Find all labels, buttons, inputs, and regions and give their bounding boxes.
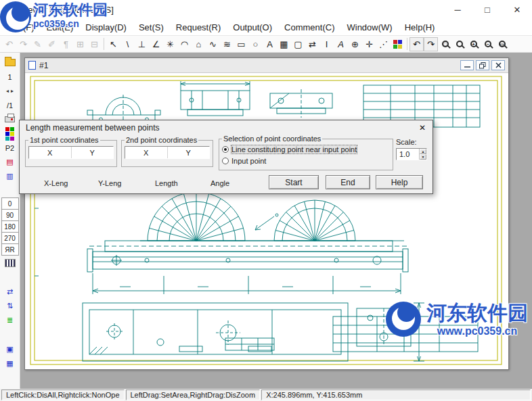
slant-text-icon[interactable]: A [334,37,348,51]
dotted-rect-icon[interactable]: ▢ [291,37,305,51]
scale-control: Scale: 1.0 ▲ ▼ [396,138,431,160]
cross-plus-icon[interactable]: ✛ [362,37,376,51]
zoom-icon[interactable] [452,37,466,51]
palette-button[interactable] [2,127,18,140]
help-button[interactable]: Help [376,175,423,189]
next-sheet-icon[interactable]: ▸ [11,88,14,94]
rotate-180-button[interactable]: 180 [1,220,19,233]
spline-icon[interactable]: ∿ [206,37,220,51]
pencil-icon[interactable]: ✎ [30,37,45,51]
zoom-out-icon[interactable]: − [481,37,495,51]
second-point-x-field[interactable]: X [125,147,167,158]
second-point-y-field[interactable]: Y [167,147,210,158]
window-grid-button[interactable]: ▦ [2,357,18,370]
line-icon[interactable]: \ [120,37,135,51]
child-minimize-button[interactable] [460,60,474,70]
text-icon[interactable]: A [263,37,277,51]
window-title: Viewer [Dito DEMO HS] [20,5,114,15]
sheet-total-label: /1 [2,99,18,112]
rectangle-icon[interactable]: ▭ [234,37,248,51]
drawing-canvas[interactable] [25,73,508,369]
scale-input[interactable]: 1.0 [397,149,419,160]
scale-label: Scale: [396,138,431,146]
first-point-y-field[interactable]: Y [71,147,114,158]
point-star-icon[interactable]: ✳ [163,37,177,51]
minimize-button[interactable]: ─ [443,1,472,19]
menu-set[interactable]: Set(S) [133,20,170,34]
radio-selected-icon [222,146,229,153]
menu-file[interactable]: File(F) [3,20,41,34]
menu-output[interactable]: Output(O) [227,20,278,34]
list-button[interactable]: ≣ [2,314,18,327]
copy-icon[interactable]: ⊞ [73,37,87,51]
angle-label: Angle [210,179,229,187]
rotate-270-button[interactable]: 270 [1,232,19,244]
length-label: Length [155,179,178,187]
zoom-in-icon[interactable]: + [466,37,481,51]
swap-arrows-icon[interactable]: ⇄ [305,37,319,51]
mirror-button[interactable]: ЯR [1,243,19,256]
perpendicular-icon[interactable]: ⊥ [135,37,149,51]
end-button[interactable]: End [326,175,370,189]
zoom-fit-icon[interactable]: ▭ [495,37,509,51]
child-close-button[interactable] [491,60,505,70]
scale-up-icon[interactable]: ▲ [420,149,426,154]
h-flip-button[interactable]: ⇄ [2,285,18,298]
maximize-button[interactable]: □ [472,1,502,19]
menu-window[interactable]: Window(W) [340,20,398,34]
offset-icon[interactable]: ≋ [220,37,234,51]
measure-dots-icon[interactable]: ⋰ [376,37,391,51]
zoom-window-icon[interactable]: □ [438,37,452,51]
layers-blue-button[interactable]: ▥ [2,170,18,183]
radio-line-constituting-point[interactable]: Line constituting point near input point [222,144,390,155]
menu-edit[interactable]: Edit(E) [41,20,80,34]
selection-group: Selection of point coordinates Line cons… [219,135,393,170]
hatch-icon[interactable]: ▦ [277,37,291,51]
start-button[interactable]: Start [269,175,319,189]
child-window: #1 [24,57,509,370]
status-coordinates: X:245.896mm, Y:415.653mm [261,390,531,400]
prev-sheet-icon[interactable]: ◂ [6,88,9,94]
menubar: File(F)Edit(E)Display(D)Set(S)Request(R)… [0,19,532,35]
undo-view-icon[interactable]: ↶ [409,37,424,51]
angle-icon[interactable]: ∠ [149,37,163,51]
window-1-button[interactable]: ▣ [2,343,18,356]
arc-icon[interactable]: ◠ [177,37,192,51]
child-restore-button[interactable] [476,60,489,70]
toolbar: ↶↷✎✐¶⊞⊟↖\⊥∠✳◠⌂∿≋▭○A▦▢⇄IA⊕✛⋰↶↷□+−▭ [0,35,532,53]
next-view-icon[interactable]: ↷ [16,37,30,51]
print-button[interactable] [2,113,18,126]
polygon-icon[interactable]: ⌂ [192,37,206,51]
menu-help[interactable]: Help(H) [399,20,441,34]
dialog-close-icon[interactable]: ✕ [416,123,428,133]
open-folder-button[interactable] [2,56,18,69]
pen-icon[interactable]: ✐ [45,37,59,51]
menu-display[interactable]: Display(D) [79,20,133,34]
rotate-0-button[interactable]: 0 [1,197,19,210]
ellipse-icon[interactable]: ○ [248,37,263,51]
menu-request[interactable]: Request(R) [170,20,227,34]
second-point-fields: X Y [125,146,210,159]
palette-icon[interactable] [391,37,405,51]
menu-comment[interactable]: Comment(C) [278,20,340,34]
cad-drawing [25,73,508,369]
ibeam-icon[interactable]: I [319,37,334,51]
paste-icon[interactable]: ⊟ [87,37,102,51]
pilcrow-icon[interactable]: ¶ [59,37,73,51]
close-button[interactable]: ✕ [502,1,532,19]
layers-red-button[interactable]: ▤ [2,156,18,168]
first-point-x-field[interactable]: X [29,147,71,158]
v-flip-button[interactable]: ⇅ [2,300,18,312]
child-titlebar[interactable]: #1 [25,58,508,73]
pointer-icon[interactable]: ↖ [106,37,120,51]
dialog-titlebar[interactable]: Length measurement between points ✕ [20,120,433,135]
redo-view-icon[interactable]: ↷ [424,37,438,51]
stripes-button[interactable] [2,256,18,269]
radio-unselected-icon [222,158,229,164]
crosshair-icon[interactable]: ⊕ [348,37,362,51]
prev-view-icon[interactable]: ↶ [2,37,16,51]
radio-input-point[interactable]: Input point [222,156,390,166]
folder-icon [5,59,16,66]
rotate-90-button[interactable]: 90 [1,209,19,221]
scale-down-icon[interactable]: ▼ [420,154,426,160]
